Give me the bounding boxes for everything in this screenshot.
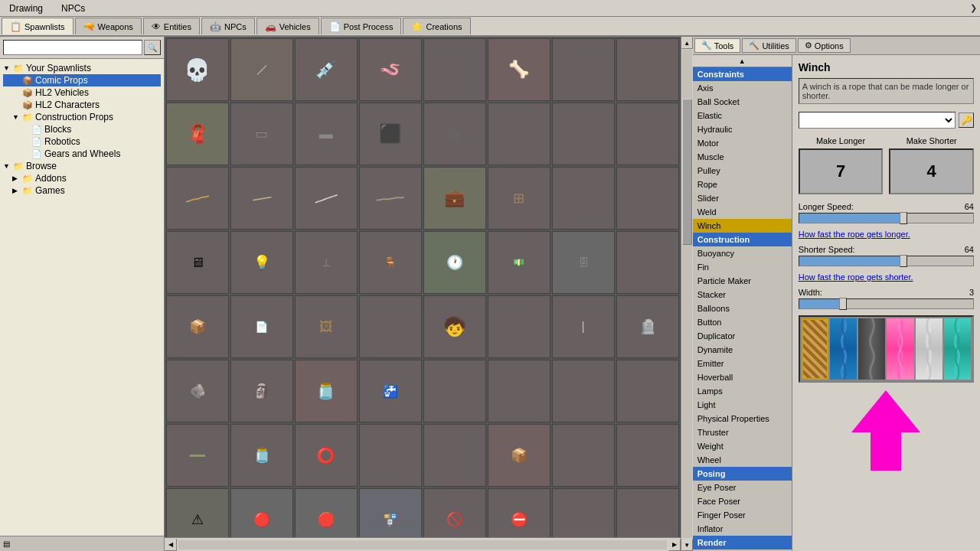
grid-item-25[interactable]: 🖥 <box>166 231 229 294</box>
grid-item-54[interactable]: 📦 <box>488 424 550 487</box>
grid-item-35[interactable]: 🖼 <box>295 295 358 358</box>
tab-vehicles[interactable]: 🚗 Vehicles <box>256 18 319 34</box>
grid-item-19[interactable]: ━━━━━ <box>295 167 358 230</box>
grid-item-47[interactable] <box>552 360 615 422</box>
grid-item-38[interactable] <box>488 295 550 358</box>
grid-item-28[interactable]: 🪑 <box>359 231 422 294</box>
tree-item-construction-props[interactable]: ▼ 📁 Construction Props <box>3 111 161 123</box>
cat-item-axis[interactable]: Axis <box>693 81 792 95</box>
tree-item-games[interactable]: ▶ 📁 Games <box>3 184 161 197</box>
search-input[interactable] <box>3 40 142 55</box>
grid-item-12[interactable]: ⬛ <box>359 103 422 165</box>
grid-item-22[interactable]: ⊞ <box>488 167 550 230</box>
scroll-up-btn[interactable]: ▲ <box>681 37 693 49</box>
tree-item-gears-wheels[interactable]: 📄 Gears and Wheels <box>3 148 161 160</box>
grid-item-26[interactable]: 💡 <box>230 231 293 294</box>
grid-item-60[interactable]: 🚏 <box>359 488 422 537</box>
tab-utilities[interactable]: 🔨 Utilities <box>742 38 795 53</box>
grid-item-21[interactable]: 💼 <box>423 167 486 230</box>
cat-item-fin[interactable]: Fin <box>693 260 792 274</box>
grid-item-63[interactable] <box>552 488 615 537</box>
cat-item-physical-properties[interactable]: Physical Properties <box>693 412 792 425</box>
grid-item-36[interactable] <box>359 295 422 358</box>
tab-weapons[interactable]: 🔫 Weapons <box>75 18 142 34</box>
rope-swatch-dark[interactable] <box>858 318 885 380</box>
grid-item-58[interactable]: 🔴 <box>230 488 293 537</box>
grid-item-39[interactable]: | <box>552 295 615 358</box>
grid-item-32[interactable] <box>616 231 679 294</box>
grid-item-55[interactable] <box>552 424 615 487</box>
make-longer-input[interactable]: 7 <box>799 148 884 194</box>
cat-item-dynamite[interactable]: Dynamite <box>693 343 792 357</box>
tab-entities[interactable]: 👁 Entities <box>143 18 200 34</box>
winch-dropdown[interactable] <box>799 112 956 129</box>
cat-item-hoverball[interactable]: Hoverball <box>693 370 792 384</box>
grid-item-50[interactable]: 🫙 <box>230 424 293 487</box>
longer-speed-track[interactable] <box>799 213 974 223</box>
cat-item-face-poser[interactable]: Face Poser <box>693 494 792 508</box>
grid-item-9[interactable]: 🧣 <box>166 103 229 165</box>
tab-tools[interactable]: 🔧 Tools <box>694 38 741 53</box>
grid-item-41[interactable]: 🪨 <box>166 360 229 422</box>
grid-item-6[interactable]: 🦴 <box>488 38 550 101</box>
rope-swatch-teal[interactable] <box>944 318 971 380</box>
cat-header-construction[interactable]: Construction <box>693 233 792 246</box>
cat-item-balloons[interactable]: Balloons <box>693 302 792 315</box>
grid-item-45[interactable] <box>423 360 486 422</box>
tree-item-hl2-vehicles[interactable]: 📦 HL2 Vehicles <box>3 86 161 99</box>
grid-item-23[interactable] <box>552 167 615 230</box>
grid-item-7[interactable] <box>552 38 615 101</box>
cat-item-thruster[interactable]: Thruster <box>693 425 792 439</box>
grid-item-1[interactable]: 💀 <box>166 38 229 101</box>
cat-item-motor[interactable]: Motor <box>693 136 792 150</box>
bottom-expand-icon[interactable]: ▤ <box>3 540 10 548</box>
cat-item-winch[interactable]: Winch <box>693 219 792 233</box>
grid-item-59[interactable]: 🛑 <box>295 488 358 537</box>
cat-item-hydraulic[interactable]: Hydraulic <box>693 122 792 136</box>
grid-item-8[interactable] <box>616 38 679 101</box>
make-shorter-input[interactable]: 4 <box>889 148 974 194</box>
cat-item-particle-maker[interactable]: Particle Maker <box>693 274 792 288</box>
width-thumb[interactable] <box>839 298 847 310</box>
grid-item-18[interactable]: ━━━━ <box>230 167 293 230</box>
menu-drawing[interactable]: Drawing <box>3 2 49 15</box>
scroll-right-btn[interactable]: ▶ <box>668 539 681 551</box>
grid-item-30[interactable]: 💵 <box>488 231 550 294</box>
cat-item-stacker[interactable]: Stacker <box>693 288 792 302</box>
tab-spawnlists[interactable]: 📋 Spawnlists <box>2 18 74 34</box>
grid-item-51[interactable]: ⭕ <box>295 424 358 487</box>
cat-item-ball-socket[interactable]: Ball Socket <box>693 95 792 109</box>
grid-item-5[interactable] <box>423 38 486 101</box>
grid-item-61[interactable]: 🚫 <box>423 488 486 537</box>
tab-npcs[interactable]: 🤖 NPCs <box>201 18 255 34</box>
grid-item-34[interactable]: 📄 <box>230 295 293 358</box>
cat-item-emitter[interactable]: Emitter <box>693 357 792 370</box>
grid-item-56[interactable] <box>616 424 679 487</box>
tree-item-hl2-characters[interactable]: 📦 HL2 Characters <box>3 99 161 111</box>
grid-item-27[interactable]: ⊥ <box>295 231 358 294</box>
tree-item-your-spawnlists[interactable]: ▼ 📁 Your Spawnlists <box>3 62 161 74</box>
cat-item-wheel[interactable]: Wheel <box>693 453 792 467</box>
cat-item-muscle[interactable]: Muscle <box>693 150 792 164</box>
grid-item-40[interactable]: 🪦 <box>616 295 679 358</box>
grid-item-10[interactable]: ▭ <box>230 103 293 165</box>
grid-item-49[interactable]: ━━ <box>166 424 229 487</box>
grid-item-3[interactable]: 💉 <box>295 38 358 101</box>
width-track[interactable] <box>799 298 974 309</box>
shorter-speed-track[interactable] <box>799 256 974 266</box>
tree-item-addons[interactable]: ▶ 📁 Addons <box>3 172 161 184</box>
search-button[interactable]: 🔍 <box>144 40 161 55</box>
cat-item-eye-poser[interactable]: Eye Poser <box>693 481 792 494</box>
grid-item-14[interactable] <box>488 103 550 165</box>
cat-item-buoyancy[interactable]: Buoyancy <box>693 246 792 260</box>
grid-item-64[interactable] <box>616 488 679 537</box>
grid-item-13[interactable]: ▦ <box>423 103 486 165</box>
tab-creations[interactable]: ⭐ Creations <box>403 18 470 34</box>
cat-item-button[interactable]: Button <box>693 315 792 329</box>
rope-swatch-blue-chain[interactable] <box>830 318 857 380</box>
tab-options[interactable]: ⚙ Options <box>798 38 851 53</box>
grid-item-52[interactable] <box>359 424 422 487</box>
cat-item-rope[interactable]: Rope <box>693 178 792 191</box>
grid-item-33[interactable]: 📦 <box>166 295 229 358</box>
cat-item-lamps[interactable]: Lamps <box>693 384 792 398</box>
